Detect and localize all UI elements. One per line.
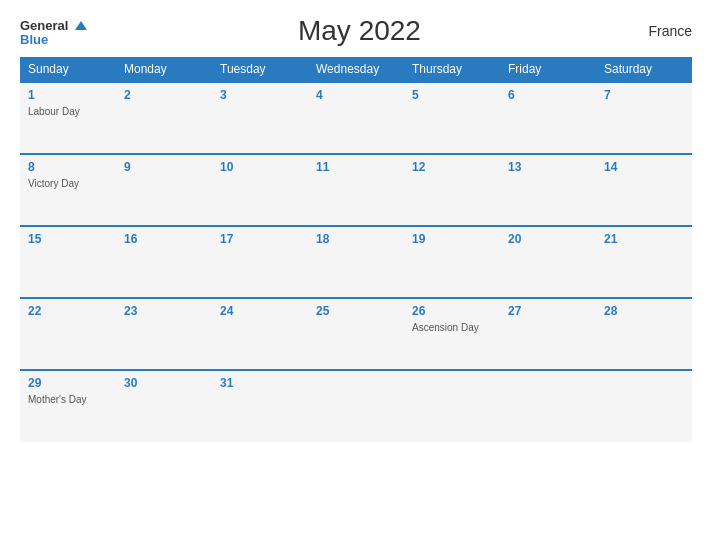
table-row: 29Mother's Day 30 31 [20, 370, 692, 442]
list-item: 15 [20, 226, 116, 298]
list-item: 3 [212, 82, 308, 154]
list-item: 12 [404, 154, 500, 226]
table-row: 1Labour Day 2 3 4 5 6 7 [20, 82, 692, 154]
list-item: 14 [596, 154, 692, 226]
calendar-title: May 2022 [87, 15, 632, 47]
list-item: 8Victory Day [20, 154, 116, 226]
table-row: 22 23 24 25 26Ascension Day 27 28 [20, 298, 692, 370]
list-item: 1Labour Day [20, 82, 116, 154]
country-label: France [632, 23, 692, 39]
list-item: 13 [500, 154, 596, 226]
list-item: 24 [212, 298, 308, 370]
list-item: 9 [116, 154, 212, 226]
calendar-body: 1Labour Day 2 3 4 5 6 7 8Victory Day 9 1… [20, 82, 692, 442]
list-item: 20 [500, 226, 596, 298]
list-item: 11 [308, 154, 404, 226]
list-item: 7 [596, 82, 692, 154]
col-wednesday: Wednesday [308, 57, 404, 82]
list-item: 10 [212, 154, 308, 226]
col-tuesday: Tuesday [212, 57, 308, 82]
logo-text: General [20, 17, 87, 33]
list-item: 22 [20, 298, 116, 370]
header-row: Sunday Monday Tuesday Wednesday Thursday… [20, 57, 692, 82]
list-item: 29Mother's Day [20, 370, 116, 442]
col-thursday: Thursday [404, 57, 500, 82]
page: General Blue May 2022 France Sunday Mond… [0, 0, 712, 550]
list-item: 2 [116, 82, 212, 154]
logo: General Blue [20, 17, 87, 46]
table-row: 15 16 17 18 19 20 21 [20, 226, 692, 298]
table-row: 8Victory Day 9 10 11 12 13 14 [20, 154, 692, 226]
list-item: 23 [116, 298, 212, 370]
list-item: 25 [308, 298, 404, 370]
list-item: 27 [500, 298, 596, 370]
col-saturday: Saturday [596, 57, 692, 82]
list-item: 31 [212, 370, 308, 442]
list-item: 30 [116, 370, 212, 442]
list-item: 6 [500, 82, 596, 154]
list-item [500, 370, 596, 442]
list-item [308, 370, 404, 442]
list-item: 16 [116, 226, 212, 298]
list-item: 17 [212, 226, 308, 298]
calendar-table: Sunday Monday Tuesday Wednesday Thursday… [20, 57, 692, 442]
header: General Blue May 2022 France [20, 15, 692, 47]
logo-general: General [20, 18, 68, 33]
list-item: 5 [404, 82, 500, 154]
col-friday: Friday [500, 57, 596, 82]
list-item: 21 [596, 226, 692, 298]
list-item [404, 370, 500, 442]
list-item: 19 [404, 226, 500, 298]
list-item [596, 370, 692, 442]
list-item: 4 [308, 82, 404, 154]
list-item: 26Ascension Day [404, 298, 500, 370]
list-item: 28 [596, 298, 692, 370]
calendar-header: Sunday Monday Tuesday Wednesday Thursday… [20, 57, 692, 82]
logo-blue: Blue [20, 33, 87, 46]
col-monday: Monday [116, 57, 212, 82]
logo-triangle-icon [75, 21, 87, 30]
list-item: 18 [308, 226, 404, 298]
col-sunday: Sunday [20, 57, 116, 82]
